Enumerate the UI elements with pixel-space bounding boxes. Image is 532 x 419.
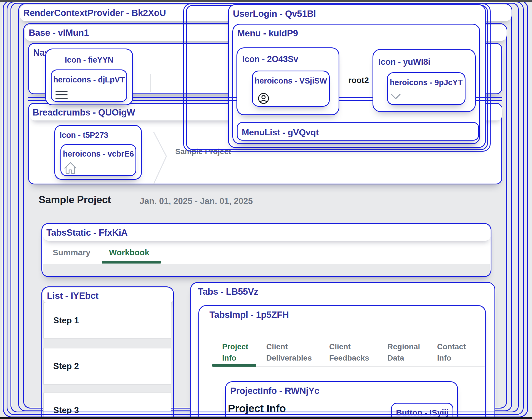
debug-outline-outer-1 (3, 0, 528, 417)
viewport-top-edge (0, 0, 532, 2)
viewport-bottom-edge (0, 417, 532, 419)
screenshot-root: Sample Project Jan. 01, 2025 - Jan. 01, … (0, 0, 532, 419)
